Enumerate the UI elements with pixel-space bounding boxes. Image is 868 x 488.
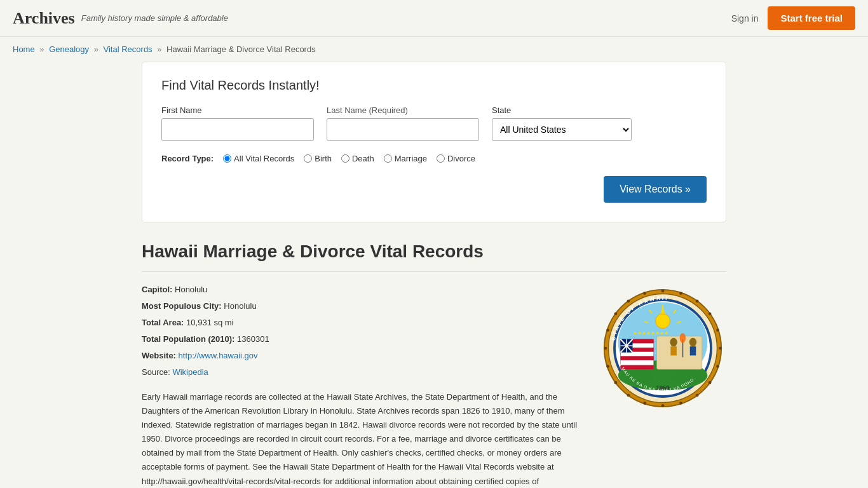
radio-group: All Vital Records Birth Death Marriage D… — [223, 154, 475, 163]
svg-point-13 — [643, 402, 646, 405]
source-link[interactable]: Wikipedia — [172, 367, 208, 377]
record-type-row: Record Type: All Vital Records Birth Dea… — [161, 154, 707, 163]
radio-all-vital[interactable]: All Vital Records — [223, 154, 294, 163]
info-facts: Capitol: Honolulu Most Populous City: Ho… — [142, 281, 580, 381]
svg-text:★★★★★★★★: ★★★★★★★★ — [633, 330, 668, 336]
breadcrumb-vital-records[interactable]: Vital Records — [104, 44, 153, 54]
state-group: State All United States Alabama Alaska A… — [492, 105, 632, 141]
fact-populous: Most Populous City: Honolulu — [142, 298, 580, 315]
svg-point-20 — [627, 300, 630, 303]
svg-point-7 — [719, 347, 722, 350]
radio-death-input[interactable] — [341, 154, 349, 163]
svg-point-28 — [656, 314, 670, 329]
state-select[interactable]: All United States Alabama Alaska Arizona… — [492, 118, 632, 141]
search-btn-row: View Records » — [161, 176, 707, 203]
radio-marriage[interactable]: Marriage — [384, 154, 427, 163]
seal-area: ★★★★★★★★ 1959 STATE OF HAWAII UA MAU KE … — [599, 281, 726, 488]
info-text: Capitol: Honolulu Most Populous City: Ho… — [142, 281, 580, 488]
svg-point-4 — [696, 300, 699, 303]
radio-birth-input[interactable] — [304, 154, 312, 163]
header-right: Sign in Start free trial — [731, 6, 855, 30]
svg-point-6 — [716, 329, 719, 332]
first-name-group: First Name — [161, 105, 314, 141]
svg-rect-37 — [621, 356, 654, 360]
svg-point-21 — [643, 292, 646, 295]
record-type-label: Record Type: — [161, 154, 214, 163]
svg-point-10 — [696, 394, 699, 397]
view-records-button[interactable]: View Records » — [604, 176, 707, 203]
logo: Archives — [13, 9, 75, 28]
svg-point-18 — [606, 329, 609, 332]
first-name-input[interactable] — [161, 118, 314, 141]
svg-point-14 — [627, 394, 630, 397]
last-name-group: Last Name (Required) — [327, 105, 479, 141]
svg-point-45 — [670, 338, 677, 346]
search-title: Find Vital Records Instantly! — [161, 78, 707, 93]
breadcrumb: Home » Genealogy » Vital Records » Hawai… — [0, 37, 868, 62]
fact-capitol: Capitol: Honolulu — [142, 281, 580, 298]
fact-area: Total Area: 10,931 sq mi — [142, 315, 580, 331]
svg-rect-48 — [690, 346, 696, 355]
fact-source: Source: Wikipedia — [142, 364, 580, 381]
radio-death[interactable]: Death — [341, 154, 374, 163]
info-section: Capitol: Honolulu Most Populous City: Ho… — [142, 281, 726, 488]
breadcrumb-home[interactable]: Home — [13, 44, 35, 54]
tagline: Family history made simple & affordable — [81, 13, 228, 23]
svg-point-8 — [716, 365, 719, 368]
hawaii-seal-icon: ★★★★★★★★ 1959 STATE OF HAWAII UA MAU KE … — [602, 288, 723, 409]
svg-point-2 — [661, 289, 665, 292]
main-content: Find Vital Records Instantly! First Name… — [129, 62, 739, 488]
breadcrumb-genealogy[interactable]: Genealogy — [49, 44, 89, 54]
svg-rect-46 — [670, 346, 677, 355]
website-link[interactable]: http://www.hawaii.gov — [179, 351, 258, 360]
last-name-label: Last Name (Required) — [327, 105, 479, 115]
svg-point-5 — [709, 312, 712, 315]
svg-point-16 — [606, 365, 609, 368]
start-trial-button[interactable]: Start free trial — [768, 6, 855, 30]
radio-marriage-input[interactable] — [384, 154, 392, 163]
svg-point-11 — [679, 402, 682, 405]
radio-divorce[interactable]: Divorce — [437, 154, 475, 163]
svg-point-3 — [679, 292, 682, 295]
state-label: State — [492, 105, 632, 115]
search-box: Find Vital Records Instantly! First Name… — [142, 62, 726, 222]
svg-point-19 — [614, 312, 618, 315]
signin-link[interactable]: Sign in — [731, 13, 759, 24]
svg-point-47 — [689, 338, 696, 346]
svg-point-50 — [680, 333, 686, 342]
search-fields: First Name Last Name (Required) State Al… — [161, 105, 707, 141]
first-name-label: First Name — [161, 105, 314, 115]
breadcrumb-sep-1: » — [39, 44, 44, 54]
fact-website: Website: http://www.hawaii.gov — [142, 348, 580, 364]
page-heading: Hawaii Marriage & Divorce Vital Records — [142, 241, 726, 272]
header: Archives Family history made simple & af… — [0, 0, 868, 37]
svg-point-15 — [614, 381, 618, 384]
breadcrumb-sep-3: » — [157, 44, 161, 54]
svg-point-17 — [604, 347, 607, 350]
last-name-input[interactable] — [327, 118, 479, 141]
svg-point-12 — [661, 404, 665, 407]
header-left: Archives Family history made simple & af… — [13, 9, 228, 28]
svg-point-9 — [709, 381, 712, 384]
radio-all-vital-input[interactable] — [223, 154, 231, 163]
radio-divorce-input[interactable] — [437, 154, 445, 163]
fact-population: Total Population (2010): 1360301 — [142, 331, 580, 348]
breadcrumb-current: Hawaii Marriage & Divorce Vital Records — [166, 44, 316, 54]
breadcrumb-sep-2: » — [94, 44, 98, 54]
info-description: Early Hawaii marriage records are collec… — [142, 390, 580, 488]
radio-birth[interactable]: Birth — [304, 154, 332, 163]
